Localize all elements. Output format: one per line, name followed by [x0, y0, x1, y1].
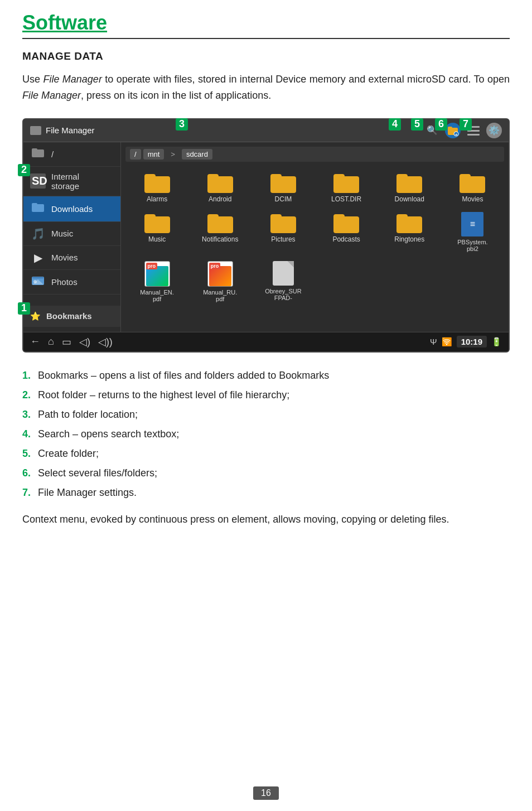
list-text-4: Search – opens search textbox; — [38, 427, 179, 442]
music-folder-icon — [144, 212, 170, 233]
list-item-7: 7. File Manager settings. — [22, 485, 510, 500]
annotations-list: 1. Bookmarks – opens a list of files and… — [22, 368, 510, 500]
settings-icon[interactable]: ⚙️ — [486, 123, 502, 138]
file-manager-title-icon — [30, 126, 41, 135]
sidebar-root-label: / — [51, 149, 54, 159]
sidebar-bookmarks-label: Bookmarks — [46, 311, 92, 321]
file-manual-ru[interactable]: pro Manual_RU.pdf — [191, 259, 249, 305]
list-text-5: Create folder; — [38, 446, 99, 461]
podcasts-folder-icon — [333, 212, 359, 233]
breadcrumb: / mnt > sdcard — [125, 147, 504, 162]
folder-android[interactable]: Android — [191, 170, 249, 205]
file-manual-en[interactable]: pro Manual_EN.pdf — [128, 259, 186, 305]
clock-display: 10:19 — [457, 336, 487, 347]
breadcrumb-mnt[interactable]: mnt — [143, 149, 165, 160]
file-manual-ru-label: Manual_RU.pdf — [203, 289, 237, 302]
folder-lostdir[interactable]: LOST.DIR — [317, 170, 375, 205]
sidebar-item-photos[interactable]: Photos — [23, 270, 120, 295]
list-number-1: 1. — [22, 368, 35, 383]
folder-music[interactable]: Music — [128, 210, 186, 254]
list-number-5: 5. — [22, 446, 35, 461]
folder-download[interactable]: Download — [380, 170, 439, 205]
lostdir-folder-icon — [333, 172, 359, 193]
list-number-4: 4. — [22, 427, 35, 442]
movies-folder-icon — [460, 172, 485, 193]
svg-rect-8 — [32, 148, 37, 152]
callout-3: 3 — [176, 118, 188, 131]
music-icon: 🎵 — [30, 227, 46, 240]
sidebar-item-music[interactable]: 🎵 Music — [23, 222, 120, 246]
battery-icon: 🔋 — [491, 337, 502, 347]
folder-pictures[interactable]: Pictures — [254, 210, 312, 254]
pro-badge-en: pro — [146, 263, 158, 269]
vol-down-icon[interactable]: ◁) — [79, 336, 90, 348]
manual-en-file-icon: pro — [144, 261, 170, 287]
folder-alarms-label: Alarms — [147, 195, 167, 203]
folder-movies-label: Movies — [462, 195, 483, 203]
folder-dcim[interactable]: DCIM — [254, 170, 312, 205]
list-text-1: Bookmarks – opens a list of files and fo… — [38, 368, 329, 383]
sidebar-item-downloads[interactable]: Downloads — [23, 196, 120, 222]
page-footer: 16 — [0, 786, 532, 800]
svg-text:+: + — [455, 132, 458, 137]
intro-text-1: Use — [22, 74, 43, 85]
usb-icon: Ψ — [430, 337, 437, 346]
list-item-1: 1. Bookmarks – opens a list of files and… — [22, 368, 510, 383]
folder-podcasts[interactable]: Podcasts — [317, 210, 375, 254]
sidebar-movies-label: Movies — [51, 253, 78, 262]
folder-pbsystem-label: PBSystem.pbi2 — [457, 239, 487, 252]
intro-italic-2: File Manager — [22, 90, 81, 101]
callout-1: 1 — [18, 302, 30, 315]
recent-icon[interactable]: ▭ — [62, 336, 71, 348]
ringtones-folder-icon — [396, 212, 422, 233]
vol-up-icon[interactable]: ◁)) — [98, 336, 113, 348]
manual-ru-file-icon: pro — [207, 261, 233, 287]
file-manager-sidebar: / SD Internalstorage — [23, 142, 121, 332]
folder-notifications[interactable]: Notifications — [191, 210, 249, 254]
page-number: 16 — [253, 786, 279, 800]
list-text-3: Path to folder location; — [38, 407, 138, 422]
svg-rect-1 — [448, 127, 452, 129]
file-obreey[interactable]: Obreey_SURFPAD- — [254, 259, 312, 305]
downloads-icon — [30, 201, 46, 216]
sidebar-item-bookmarks[interactable]: ⭐ Bookmarks — [23, 306, 120, 327]
folder-alarms[interactable]: Alarms — [128, 170, 186, 205]
list-number-7: 7. — [22, 485, 35, 500]
list-text-6: Select several files/folders; — [38, 466, 157, 481]
page-title: Software — [22, 11, 510, 39]
list-item-2: 2. Root folder – returns to the highest … — [22, 388, 510, 403]
list-item-5: 5. Create folder; — [22, 446, 510, 461]
sidebar-item-root[interactable]: / — [23, 142, 120, 167]
home-icon[interactable]: ⌂ — [48, 336, 54, 347]
file-manager-window: File Manager 🔍 + — [22, 118, 510, 353]
intro-italic-1: File Manager — [43, 74, 101, 85]
list-item-3: 3. Path to folder location; — [22, 407, 510, 422]
folder-android-label: Android — [209, 195, 231, 203]
folder-dcim-label: DCIM — [275, 195, 292, 203]
callout-4: 4 — [389, 118, 401, 131]
alarms-folder-icon — [144, 172, 170, 193]
sidebar-item-movies[interactable]: ▶ Movies — [23, 246, 120, 270]
folder-pbsystem[interactable]: PBSystem.pbi2 — [443, 210, 502, 254]
notifications-folder-icon — [207, 212, 233, 233]
intro-paragraph: Use File Manager to operate with files, … — [22, 71, 510, 104]
callout-7: 7 — [460, 118, 472, 131]
sd-icon: SD — [30, 173, 46, 189]
folder-movies[interactable]: Movies — [443, 170, 502, 205]
back-icon[interactable]: ← — [30, 336, 40, 347]
statusbar-right: Ψ 🛜 10:19 🔋 — [430, 336, 502, 347]
obreey-file-icon — [273, 261, 294, 286]
section-heading: MANAGE DATA — [22, 50, 510, 62]
sidebar-item-internal[interactable]: SD Internalstorage — [23, 167, 120, 196]
file-grid: Alarms Android DCIM LOST.DIR — [125, 167, 504, 307]
folder-ringtones[interactable]: Ringtones — [380, 210, 439, 254]
new-folder-icon[interactable]: + — [445, 123, 461, 138]
file-manual-en-label: Manual_EN.pdf — [140, 289, 174, 302]
status-bar: ← ⌂ ▭ ◁) ◁)) Ψ 🛜 10:19 🔋 — [23, 332, 509, 351]
folder-notifications-label: Notifications — [202, 235, 238, 243]
folder-lostdir-label: LOST.DIR — [331, 195, 361, 203]
breadcrumb-root: / — [130, 149, 141, 160]
breadcrumb-sdcard[interactable]: sdcard — [182, 149, 212, 160]
callout-2: 2 — [18, 164, 30, 176]
file-manager-main: / mnt > sdcard Alarms — [121, 142, 509, 332]
